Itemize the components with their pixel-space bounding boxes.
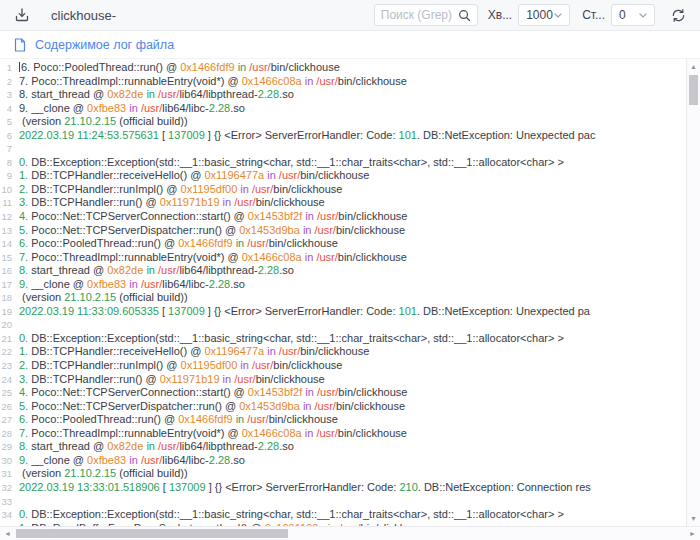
chevron-down-icon (554, 13, 562, 18)
log-line: 91. DB::TCPHandler::receiveHello() @ 0x1… (0, 169, 686, 183)
line-number: 23 (0, 359, 16, 373)
log-file-name[interactable]: clickhouse- (51, 8, 116, 23)
log-viewer: 16. Poco::PooledThread::run() @ 0x1466fd… (0, 59, 700, 540)
log-line-text: 9. __clone @ 0xfbe83 in /usr/lib64/libc-… (16, 102, 245, 116)
log-line-text: 6. Poco::PooledThread::run() @ 0x1466fdf… (16, 413, 338, 427)
log-line-text: 6. Poco::PooledThread::run() @ 0x1466fdf… (16, 61, 340, 75)
log-line-text: 8. start_thread @ 0x82de in /usr/lib64/l… (16, 88, 294, 102)
log-line-text: 0. DB::Exception::Exception(std::__1::ba… (16, 156, 564, 170)
search-icon[interactable] (458, 9, 471, 22)
log-line-text: 2. DB::TCPHandler::runImpl() @ 0x1195df0… (16, 359, 342, 373)
text-cursor (19, 62, 20, 72)
line-number: 15 (0, 251, 16, 265)
log-line: 276. Poco::PooledThread::run() @ 0x1466f… (0, 413, 686, 427)
line-number: 34 (0, 508, 16, 522)
log-line-text: 5. Poco::Net::TCPServerDispatcher::run()… (16, 400, 405, 414)
line-number: 22 (0, 345, 16, 359)
line-number: 26 (0, 400, 16, 414)
log-line-text: 2. DB::TCPHandler::runImpl() @ 0x1195df0… (16, 183, 342, 197)
scroll-up-icon[interactable]: ▲ (687, 60, 700, 73)
log-line: 49. __clone @ 0xfbe83 in /usr/lib64/libc… (0, 102, 686, 116)
tail-lines-value: 1000 (526, 8, 553, 22)
line-number: 31 (0, 467, 16, 481)
log-line-text: 2022.03.19 11:33:09.605335 [ 137009 ] {}… (16, 305, 590, 319)
log-line: 232. DB::TCPHandler::runImpl() @ 0x1195d… (0, 359, 686, 373)
grep-search-box[interactable] (374, 4, 478, 26)
line-number: 24 (0, 373, 16, 387)
log-line-text (16, 495, 19, 509)
tail-lines-select[interactable]: 1000 (518, 4, 570, 26)
log-line-text: 1. DB::TCPHandler::receiveHello() @ 0x11… (16, 345, 369, 359)
log-line-text: 3. DB::TCPHandler::run() @ 0x11971b19 in… (16, 196, 325, 210)
start-line-value: 0 (619, 8, 626, 22)
line-number: 25 (0, 386, 16, 400)
toolbar: clickhouse- Хв... 1000 Ст... 0 (0, 0, 700, 31)
log-line: 16. Poco::PooledThread::run() @ 0x1466fd… (0, 61, 686, 75)
line-number: 18 (0, 291, 16, 305)
log-content-title: Содержимое лог файла (35, 38, 174, 52)
line-number: 17 (0, 278, 16, 292)
chevron-down-icon (639, 13, 647, 18)
log-line-text (16, 318, 19, 332)
log-line-text: 2022.03.19 13:33:01.518906 [ 137009 ] {}… (16, 481, 591, 495)
refresh-icon[interactable] (669, 6, 687, 24)
line-number: 16 (0, 264, 16, 278)
log-lines-container[interactable]: 16. Poco::PooledThread::run() @ 0x1466fd… (0, 59, 686, 526)
log-line-text: (version 21.10.2.15 (official build)) (16, 467, 188, 481)
horizontal-scrollbar[interactable]: ◄ ► (0, 526, 700, 540)
log-line-text: 0. DB::Exception::Exception(std::__1::ba… (16, 332, 564, 346)
log-line: 298. start_thread @ 0x82de in /usr/lib64… (0, 440, 686, 454)
log-line: 287. Poco::ThreadImpl::runnableEntry(voi… (0, 427, 686, 441)
log-line: 309. __clone @ 0xfbe83 in /usr/lib64/lib… (0, 454, 686, 468)
line-number: 7 (0, 142, 16, 156)
log-line-text: (version 21.10.2.15 (official build)) (16, 291, 188, 305)
line-number: 32 (0, 481, 16, 495)
log-line-text: 7. Poco::ThreadImpl::runnableEntry(void*… (16, 75, 407, 89)
line-number: 14 (0, 237, 16, 251)
line-number: 19 (0, 305, 16, 319)
log-line-text: 4. Poco::Net::TCPServerConnection::start… (16, 210, 407, 224)
log-content-header: Содержимое лог файла (0, 31, 700, 59)
start-line-label: Ст... (582, 8, 605, 22)
log-line-text: 3. DB::TCPHandler::run() @ 0x11971b19 in… (16, 373, 325, 387)
log-line-text: 5. Poco::Net::TCPServerDispatcher::run()… (16, 224, 405, 238)
log-line: 340. DB::Exception::Exception(std::__1::… (0, 508, 686, 522)
log-line: 168. start_thread @ 0x82de in /usr/lib64… (0, 264, 686, 278)
log-line: 62022.03.19 11:24:53.575631 [ 137009 ] {… (0, 129, 686, 143)
download-log-icon[interactable] (13, 6, 31, 24)
line-number: 21 (0, 332, 16, 346)
line-number: 8 (0, 156, 16, 170)
log-line-text: 9. __clone @ 0xfbe83 in /usr/lib64/libc-… (16, 278, 245, 292)
line-number: 28 (0, 427, 16, 441)
log-line: 192022.03.19 11:33:09.605335 [ 137009 ] … (0, 305, 686, 319)
log-line-text: 6. Poco::PooledThread::run() @ 0x1466fdf… (16, 237, 338, 251)
log-line: 124. Poco::Net::TCPServerConnection::sta… (0, 210, 686, 224)
grep-search-input[interactable] (381, 8, 458, 22)
log-line: 31 (version 21.10.2.15 (official build)) (0, 467, 686, 481)
scroll-down-icon[interactable]: ▼ (687, 512, 700, 525)
line-number: 27 (0, 413, 16, 427)
log-line-text: 0. DB::Exception::Exception(std::__1::ba… (16, 508, 564, 522)
line-number: 2 (0, 75, 16, 89)
log-line: 80. DB::Exception::Exception(std::__1::b… (0, 156, 686, 170)
line-number: 10 (0, 183, 16, 197)
line-number: 33 (0, 495, 16, 509)
start-line-select[interactable]: 0 (611, 4, 655, 26)
line-number: 11 (0, 196, 16, 210)
line-number: 4 (0, 102, 16, 116)
log-line: 135. Poco::Net::TCPServerDispatcher::run… (0, 224, 686, 238)
log-line: 33 (0, 495, 686, 509)
scroll-left-icon[interactable]: ◄ (1, 527, 14, 540)
horizontal-scroll-thumb[interactable] (16, 529, 288, 538)
line-number: 3 (0, 88, 16, 102)
vertical-scroll-thumb[interactable] (689, 75, 698, 105)
log-line: 146. Poco::PooledThread::run() @ 0x1466f… (0, 237, 686, 251)
vertical-scrollbar[interactable]: ▲ ▼ (686, 59, 700, 526)
log-line-text: 7. Poco::ThreadImpl::runnableEntry(void*… (16, 251, 407, 265)
log-line: 5 (version 21.10.2.15 (official build)) (0, 115, 686, 129)
line-number: 29 (0, 440, 16, 454)
scroll-right-icon[interactable]: ► (686, 527, 699, 540)
log-line: 38. start_thread @ 0x82de in /usr/lib64/… (0, 88, 686, 102)
log-line: 254. Poco::Net::TCPServerConnection::sta… (0, 386, 686, 400)
line-number: 30 (0, 454, 16, 468)
